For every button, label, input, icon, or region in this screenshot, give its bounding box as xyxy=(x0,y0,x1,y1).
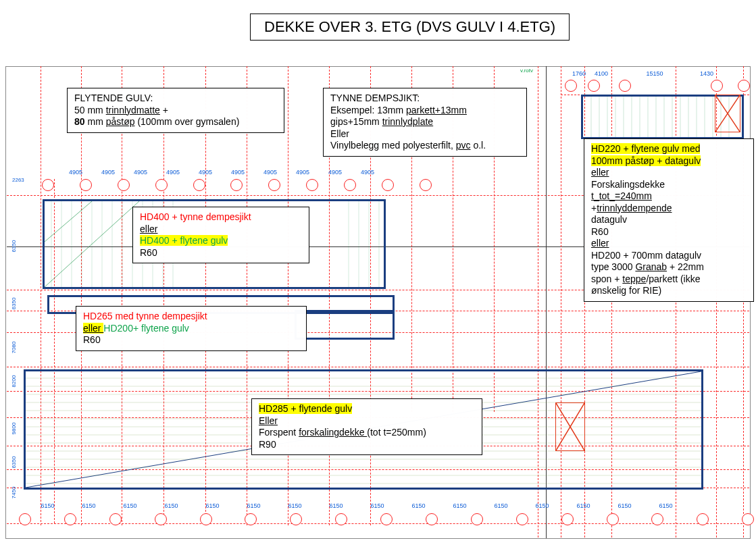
line: gips+15mm trinnlydplate xyxy=(330,116,520,128)
axis-circle-icon xyxy=(382,179,394,191)
dim-v: 7080 xyxy=(11,342,17,354)
axis-circle-icon xyxy=(42,179,54,191)
axis-circle-icon xyxy=(588,80,600,92)
axis-circle-icon xyxy=(200,513,212,525)
heading: FLYTENDE GULV: xyxy=(74,93,277,105)
line: R60 xyxy=(83,334,299,346)
axis-circle-icon xyxy=(619,80,631,92)
axis-circle-icon xyxy=(565,80,577,92)
axis-circle-icon xyxy=(471,513,483,525)
x-region xyxy=(555,402,585,451)
svg-line-1 xyxy=(45,201,92,242)
axis-circle-icon xyxy=(268,179,280,191)
line: Eller xyxy=(259,415,475,427)
line: Eller xyxy=(330,128,520,140)
title-box: DEKKE OVER 3. ETG (DVS GULV I 4.ETG) xyxy=(250,14,570,41)
axis-circle-icon xyxy=(711,80,723,92)
axis-circle-icon xyxy=(738,80,750,92)
axis-circle-icon xyxy=(335,513,347,525)
axis-circle-icon xyxy=(64,513,76,525)
note-tynne: TYNNE DEMPSJIKT: Eksempel: 13mm parkett+… xyxy=(323,88,527,157)
line: type 3000 Granab + 22mm xyxy=(591,261,747,273)
line: eller xyxy=(140,224,302,236)
axis-circle-icon xyxy=(516,513,528,525)
axis-circles-bottom xyxy=(19,513,755,527)
axis-circle-icon xyxy=(742,513,754,525)
line: Forspent forskalingdekke (tot t=250mm) xyxy=(259,427,475,439)
line: +trinnlyddempende xyxy=(591,203,747,215)
note-flytende: FLYTENDE GULV: 50 mm trinnlydmatte + 80 … xyxy=(67,88,284,133)
line: HD220 + flytene gulv med xyxy=(591,143,747,155)
dim-row-bottom: 6150 6150 6150 6150 6150 6150 6150 6150 … xyxy=(27,502,686,509)
axis-circle-icon xyxy=(651,513,663,525)
note-hd285: HD285 + flytende gulv Eller Forspent for… xyxy=(251,398,482,455)
line: Vinylbelegg med polyesterfilt, pvc o.l. xyxy=(330,140,520,152)
heading: TYNNE DEMPSJIKT: xyxy=(330,93,520,105)
grid-h xyxy=(7,367,749,367)
svg-line-0 xyxy=(45,201,139,287)
axis-circles-top xyxy=(42,179,433,193)
line: ønskelig for RIE) xyxy=(591,285,747,297)
line: R60 xyxy=(140,247,302,259)
dim-v: 8200 xyxy=(11,375,17,388)
line: HD400 + flytene gulv xyxy=(140,235,302,247)
line: datagulv xyxy=(591,214,747,226)
axis-circle-icon xyxy=(19,513,31,525)
dim-v: 9800 xyxy=(11,423,17,435)
dim-v: 6350 xyxy=(11,240,17,253)
axis-circle-icon xyxy=(426,513,438,525)
title-text: DEKKE OVER 3. ETG (DVS GULV I 4.ETG) xyxy=(264,18,555,35)
zone-hd265-side xyxy=(295,310,395,340)
dim-row-top: 4905 4905 4905 4905 4905 4905 4905 4905 … xyxy=(59,169,384,176)
line: t_tot_=240mm xyxy=(591,190,747,203)
line: eller HD200+ flytene gulv xyxy=(83,323,299,335)
line: 50 mm trinnlydmatte + xyxy=(74,105,277,117)
axis-circle-icon xyxy=(306,179,318,191)
line: eller xyxy=(591,167,747,179)
dim-row-top-right: 1760 4100 15150 1430 xyxy=(570,70,718,77)
axis-circle-icon xyxy=(80,179,92,191)
axis-circle-icon xyxy=(607,513,619,525)
line: 80 mm påstøp (100mm over gymsalen) xyxy=(74,116,277,128)
line: HD265 med tynne dempesjikt xyxy=(83,311,299,323)
line: HD400 + tynne dempesjikt xyxy=(140,211,302,224)
line: spon + teppe/parkett (ikke xyxy=(591,273,747,286)
line: R90 xyxy=(259,439,475,451)
axis-circle-icon xyxy=(193,179,205,191)
axis-circle-icon xyxy=(109,513,122,525)
axis-circle-icon xyxy=(230,179,243,191)
axis-circle-icon xyxy=(155,179,168,191)
axis-circle-icon xyxy=(561,513,574,525)
axis-circle-icon xyxy=(245,513,257,525)
green-tag: v.rotv xyxy=(520,68,533,74)
line: eller xyxy=(591,238,747,250)
page: DEKKE OVER 3. ETG (DVS GULV I 4.ETG) v.r… xyxy=(0,0,756,549)
line: HD285 + flytende gulv xyxy=(259,403,475,415)
axis-circle-icon xyxy=(380,513,393,525)
line: 100mm påstøp + datagulv xyxy=(591,155,747,167)
x-region xyxy=(715,95,740,132)
axis-circle-icon xyxy=(344,179,356,191)
axis-circle-icon xyxy=(697,513,709,525)
axis-circle-icon xyxy=(118,179,130,191)
note-hd220: HD220 + flytene gulv med 100mm påstøp + … xyxy=(584,138,754,302)
note-hd400: HD400 + tynne dempesjikt eller HD400 + f… xyxy=(132,207,309,263)
note-hd265: HD265 med tynne dempesjikt eller HD200+ … xyxy=(76,306,307,351)
line: HD200 + 700mm datagulv xyxy=(591,250,747,262)
dim-v: 6350 xyxy=(11,298,17,310)
line: R60 xyxy=(591,226,747,238)
dim-v: 6350 xyxy=(11,456,17,469)
axis-circles-tr xyxy=(565,80,751,94)
axis-circle-icon xyxy=(420,179,432,191)
line: Eksempel: 13mm parkett+13mm xyxy=(330,105,520,117)
line: Forskalingsdekke xyxy=(591,179,747,191)
axis-circle-icon xyxy=(290,513,302,525)
dim-edge: 2263 xyxy=(12,177,24,183)
axis-circle-icon xyxy=(155,513,167,525)
dim-v: 7450 xyxy=(11,487,17,499)
